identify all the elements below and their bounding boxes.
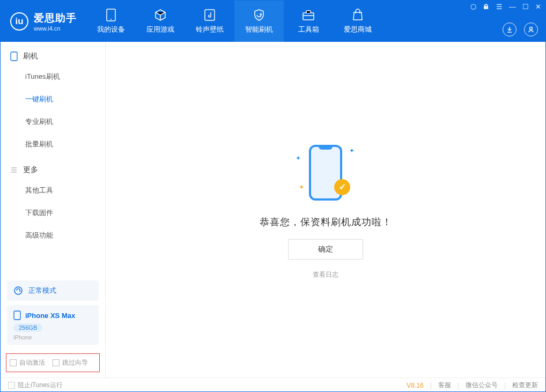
checkbox-auto-activate[interactable]: 自动激活 <box>10 358 45 367</box>
check-badge-icon: ✓ <box>334 179 350 195</box>
user-icon[interactable] <box>524 23 538 36</box>
toolbox-icon <box>301 9 316 21</box>
sparkle-icon: ✦ <box>349 147 355 154</box>
svg-point-4 <box>530 27 533 30</box>
tshirt-icon[interactable]: ⬡ <box>470 3 476 11</box>
app-header: iu 爱思助手 www.i4.cn 我的设备 应用游戏 铃声壁纸 智能刷机 工具… <box>1 1 545 42</box>
tab-label: 爱思商城 <box>344 25 372 34</box>
device-mode-card[interactable]: 正常模式 <box>7 280 99 301</box>
main-content: ✦ ✦ ✦ ✓ 恭喜您，保资料刷机成功啦！ 确定 查看日志 <box>106 42 545 378</box>
tab-label: 铃声壁纸 <box>196 25 224 34</box>
sparkle-icon: ✦ <box>296 154 301 162</box>
sidebar-section-flash: 刷机 <box>1 42 105 65</box>
view-log-link[interactable]: 查看日志 <box>313 270 338 279</box>
brand-logo-icon: iu <box>10 12 28 31</box>
menu-icon[interactable]: ☰ <box>496 3 503 11</box>
device-mode-label: 正常模式 <box>28 286 56 295</box>
sidebar-item-other-tools[interactable]: 其他工具 <box>1 179 105 202</box>
checkbox-label: 跳过向导 <box>62 359 88 366</box>
sidebar-item-download-firmware[interactable]: 下载固件 <box>1 202 105 224</box>
svg-rect-3 <box>303 13 314 20</box>
top-tabs: 我的设备 应用游戏 铃声壁纸 智能刷机 工具箱 爱思商城 <box>86 1 382 42</box>
minimize-button[interactable]: — <box>509 3 516 11</box>
tab-label: 应用游戏 <box>146 25 174 34</box>
list-icon <box>10 166 18 174</box>
header-right-icons <box>503 23 538 36</box>
sidebar-section-more: 更多 <box>1 156 105 179</box>
device-type: iPhone <box>13 334 92 341</box>
sidebar-item-batch-flash[interactable]: 批量刷机 <box>1 133 105 156</box>
brand-title: 爱思助手 <box>34 11 77 25</box>
shield-refresh-icon <box>252 9 267 21</box>
sidebar: 刷机 iTunes刷机 一键刷机 专业刷机 批量刷机 更多 其他工具 下载固件 … <box>1 42 106 378</box>
close-button[interactable]: ✕ <box>535 3 541 11</box>
checkbox-label: 自动激活 <box>19 359 45 366</box>
svg-rect-7 <box>14 311 20 320</box>
sidebar-item-advanced[interactable]: 高级功能 <box>1 224 105 247</box>
device-storage-badge: 256GB <box>13 323 42 332</box>
sparkle-icon: ✦ <box>299 183 304 191</box>
checkbox-block-itunes[interactable]: 阻止iTunes运行 <box>8 381 63 390</box>
sidebar-item-pro-flash[interactable]: 专业刷机 <box>1 110 105 133</box>
footer-link-support[interactable]: 客服 <box>438 381 451 390</box>
device-card[interactable]: iPhone XS Max 256GB iPhone <box>7 305 99 345</box>
footer-link-update[interactable]: 检查更新 <box>512 381 538 390</box>
window-controls-top: ⬡ 🔒︎ ☰ — ☐ ✕ <box>470 3 541 11</box>
device-name: iPhone XS Max <box>25 312 75 320</box>
success-illustration: ✦ ✦ ✦ ✓ <box>293 140 358 205</box>
sidebar-item-oneclick-flash[interactable]: 一键刷机 <box>1 88 105 110</box>
sidebar-item-itunes-flash[interactable]: iTunes刷机 <box>1 65 105 88</box>
footer-link-wechat[interactable]: 微信公众号 <box>466 381 498 390</box>
sidebar-section-label: 刷机 <box>23 51 38 61</box>
bag-icon <box>350 9 365 21</box>
brand: iu 爱思助手 www.i4.cn <box>1 1 86 42</box>
checkbox-skip-guide[interactable]: 跳过向导 <box>53 358 88 367</box>
refresh-icon <box>13 286 23 295</box>
sidebar-section-label: 更多 <box>23 165 38 175</box>
maximize-button[interactable]: ☐ <box>522 3 529 11</box>
tab-label: 我的设备 <box>97 25 125 34</box>
tab-store[interactable]: 爱思商城 <box>333 1 382 42</box>
svg-point-1 <box>110 19 112 20</box>
brand-subtitle: www.i4.cn <box>34 25 77 32</box>
svg-point-6 <box>14 287 22 294</box>
device-phone-icon <box>13 310 21 320</box>
ok-button[interactable]: 确定 <box>288 239 363 260</box>
tab-ringtones-wallpapers[interactable]: 铃声壁纸 <box>185 1 234 42</box>
tab-smart-flash[interactable]: 智能刷机 <box>234 1 284 42</box>
version-label: V8.16 <box>407 382 423 389</box>
tab-toolbox[interactable]: 工具箱 <box>284 1 333 42</box>
download-icon[interactable] <box>503 23 517 36</box>
success-message: 恭喜您，保资料刷机成功啦！ <box>260 216 392 228</box>
phone-outline-icon <box>10 51 18 61</box>
phone-icon <box>104 9 119 21</box>
svg-rect-5 <box>11 52 17 61</box>
status-bar: 阻止iTunes运行 V8.16 | 客服 | 微信公众号 | 检查更新 <box>1 378 545 392</box>
lock-icon[interactable]: 🔒︎ <box>483 3 490 11</box>
tab-label: 工具箱 <box>298 25 319 34</box>
tab-my-device[interactable]: 我的设备 <box>86 1 136 42</box>
tab-label: 智能刷机 <box>245 25 273 34</box>
highlighted-checkbox-group: 自动激活 跳过向导 <box>6 353 100 372</box>
checkbox-label: 阻止iTunes运行 <box>18 381 63 389</box>
cube-icon <box>153 9 168 21</box>
tab-apps-games[interactable]: 应用游戏 <box>136 1 185 42</box>
music-file-icon <box>202 9 217 21</box>
